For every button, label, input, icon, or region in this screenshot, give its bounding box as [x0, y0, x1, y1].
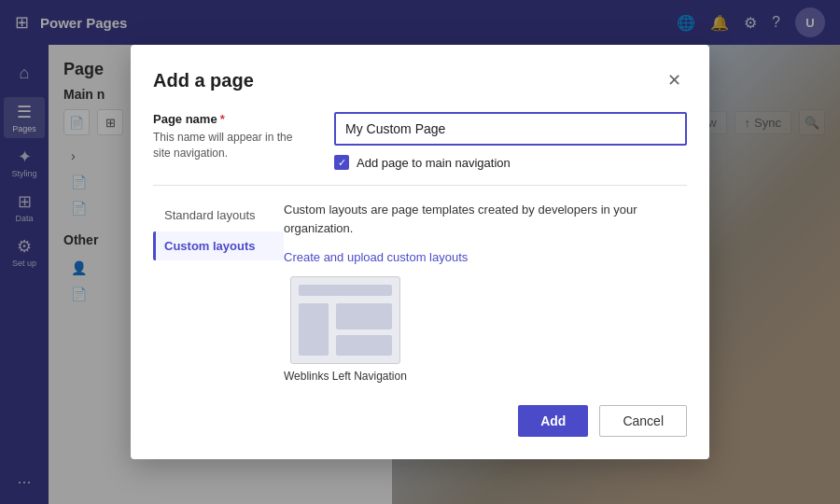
tab-custom-layouts[interactable]: Custom layouts	[153, 231, 284, 260]
nav-checkbox[interactable]: ✓	[334, 155, 349, 170]
checkbox-label: Add page to main navigation	[357, 156, 511, 170]
field-description: This name will appear in the site naviga…	[153, 130, 312, 161]
page-name-input[interactable]	[334, 112, 687, 146]
layout-cards: Weblinks Left Navigation	[284, 276, 687, 383]
checkbox-check-icon: ✓	[338, 157, 346, 169]
add-page-modal: Add a page ✕ Page name* This name will a…	[131, 45, 709, 459]
required-marker: *	[220, 112, 225, 126]
cancel-button[interactable]: Cancel	[599, 405, 687, 437]
field-label: Page name*	[153, 112, 312, 126]
divider	[153, 185, 687, 186]
preview-top-bar	[299, 285, 392, 296]
custom-layout-description: Custom layouts are page templates create…	[284, 201, 687, 237]
layout-tabs: Standard layouts Custom layouts	[153, 201, 284, 383]
field-label-text: Page name	[153, 112, 217, 126]
close-button[interactable]: ✕	[661, 67, 687, 93]
modal-title: Add a page	[153, 70, 254, 91]
preview-left-nav	[299, 303, 329, 356]
tab-standard-layouts[interactable]: Standard layouts	[153, 201, 284, 230]
layout-section: Standard layouts Custom layouts Custom l…	[153, 201, 687, 383]
modal-header: Add a page ✕	[153, 67, 687, 93]
layout-content: Custom layouts are page templates create…	[284, 201, 687, 383]
create-upload-link[interactable]: Create and upload custom layouts	[284, 250, 468, 264]
page-name-field-row: Page name* This name will appear in the …	[153, 112, 687, 170]
preview-main-bottom	[336, 335, 392, 356]
layout-card-name: Weblinks Left Navigation	[284, 370, 407, 383]
add-button[interactable]: Add	[518, 405, 588, 437]
nav-checkbox-row[interactable]: ✓ Add page to main navigation	[334, 155, 687, 170]
layout-card-preview	[290, 276, 400, 364]
field-input-section: ✓ Add page to main navigation	[334, 112, 687, 170]
preview-main-top	[336, 303, 392, 329]
modal-footer: Add Cancel	[153, 405, 687, 437]
field-label-section: Page name* This name will appear in the …	[153, 112, 312, 161]
layout-card-weblinks[interactable]: Weblinks Left Navigation	[284, 276, 407, 383]
